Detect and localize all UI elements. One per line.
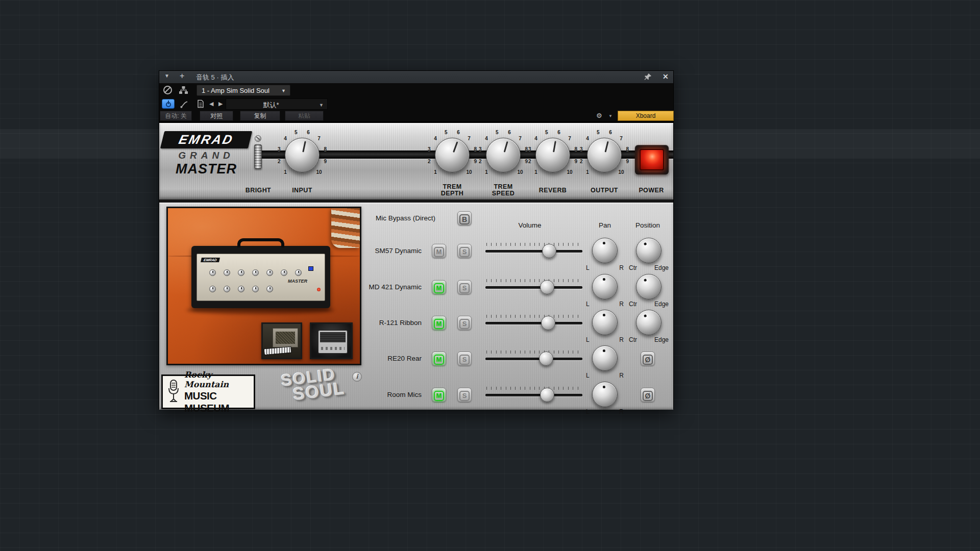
- plugin-power-toggle[interactable]: [162, 99, 175, 109]
- info-icon[interactable]: i: [352, 372, 362, 382]
- volume-slider-handle[interactable]: [540, 280, 554, 294]
- gear-icon[interactable]: ⚙: [596, 112, 602, 119]
- museum-script-text: Rocky Mountain: [184, 370, 250, 389]
- reverb-knob[interactable]: 12345678910: [526, 129, 579, 182]
- cabinet-thumbnail-2[interactable]: [310, 322, 353, 359]
- amp-brand-logo: EMRAD GRAND MASTER: [162, 131, 250, 177]
- phase-button[interactable]: Ø: [641, 352, 655, 366]
- museum-logo: Rocky Mountain MUSIC MUSEUM: [161, 374, 255, 409]
- position-knob-block: Ctr Edge: [627, 238, 670, 271]
- power-label: POWER: [626, 187, 677, 194]
- pan-knob[interactable]: [592, 238, 618, 263]
- position-knob[interactable]: [636, 310, 662, 335]
- input-label: INPUT: [277, 187, 328, 194]
- bright-switch[interactable]: [254, 144, 262, 169]
- preset-file-icon[interactable]: [197, 99, 204, 110]
- power-switch[interactable]: [640, 149, 664, 170]
- copy-button[interactable]: 复制: [240, 111, 280, 121]
- volume-slider[interactable]: [485, 314, 582, 332]
- automation-button[interactable]: 自动: 关: [160, 111, 192, 121]
- next-preset-button[interactable]: ▶: [218, 101, 223, 107]
- volume-header: Volume: [499, 221, 560, 229]
- envelope-icon[interactable]: [180, 100, 188, 111]
- input-knob[interactable]: 12345678910: [276, 129, 329, 182]
- pin-icon[interactable]: [644, 73, 652, 81]
- close-icon[interactable]: ✕: [663, 72, 669, 81]
- pan-knob[interactable]: [592, 310, 618, 335]
- previous-preset-button[interactable]: ◀: [209, 101, 213, 107]
- channel-name: RE20 Rear: [356, 355, 422, 362]
- routing-icon[interactable]: [179, 86, 188, 96]
- volume-slider[interactable]: [485, 386, 582, 404]
- window-menu-caret-icon[interactable]: ▼: [164, 73, 169, 79]
- trem-depth-label: TREMDEPTH: [427, 184, 478, 197]
- mute-button[interactable]: M: [432, 280, 446, 294]
- chevron-down-icon[interactable]: ▼: [608, 114, 612, 118]
- volume-slider[interactable]: [485, 350, 582, 367]
- photo-brand-chip: EMRAD: [201, 258, 220, 262]
- plugin-window: ▼ + 音轨 5 · 插入 ✕ 1 - Amp Sim Solid Soul: [159, 70, 674, 409]
- mute-button[interactable]: M: [432, 352, 446, 366]
- channel-name: R-121 Ribbon: [356, 319, 422, 327]
- volume-slider-handle[interactable]: [540, 388, 554, 402]
- channel-name: Room Mics: [356, 391, 422, 398]
- volume-slider[interactable]: [485, 279, 582, 296]
- trem-depth-knob[interactable]: 12345678910: [426, 129, 479, 182]
- preset-toolbar-row: ◀ ▶ 默认* ▼: [159, 97, 673, 111]
- photo-amp-head: EMRAD MASTER: [191, 246, 330, 308]
- position-knob[interactable]: [636, 274, 662, 299]
- output-label: OUTPUT: [579, 187, 630, 194]
- pan-knob-block: L R: [584, 382, 625, 415]
- pan-knob[interactable]: [592, 382, 618, 407]
- solo-button[interactable]: S: [457, 316, 472, 330]
- mute-button[interactable]: M: [432, 244, 446, 258]
- pan-knob-block: L R: [584, 238, 625, 271]
- volume-slider-handle[interactable]: [539, 352, 553, 366]
- solo-button[interactable]: S: [457, 352, 472, 366]
- position-knob[interactable]: [636, 238, 662, 263]
- reverb-label: REVERB: [527, 187, 578, 194]
- preset-value: 默认*: [226, 101, 316, 110]
- plugin-select-dropdown[interactable]: 1 - Amp Sim Solid Soul ▼: [197, 85, 290, 96]
- pan-knob[interactable]: [592, 345, 618, 371]
- position-header: Position: [626, 221, 669, 229]
- add-insert-button[interactable]: +: [180, 71, 184, 81]
- chevron-down-icon: ▼: [281, 88, 286, 93]
- amp-faceplate: EMRAD GRAND MASTER 12345678910 123456789…: [159, 123, 673, 199]
- volume-slider[interactable]: [485, 242, 582, 260]
- mic-bypass-label: Mic Bypass (Direct): [359, 214, 435, 222]
- xboard-button[interactable]: Xboard: [618, 111, 674, 121]
- bright-label: BRIGHT: [233, 187, 284, 194]
- mute-button[interactable]: M: [432, 388, 446, 402]
- volume-slider-handle[interactable]: [542, 244, 556, 258]
- position-knob-block: Ctr Edge: [627, 310, 670, 343]
- channel-name: MD 421 Dynamic: [356, 283, 422, 291]
- daw-background: ▼ + 音轨 5 · 插入 ✕ 1 - Amp Sim Solid Soul: [0, 0, 980, 551]
- paste-button[interactable]: 粘贴: [285, 111, 324, 121]
- output-knob[interactable]: 12345678910: [578, 129, 631, 182]
- mic-bypass-button[interactable]: B: [457, 211, 472, 226]
- solo-button[interactable]: S: [457, 388, 472, 402]
- trem-speed-knob[interactable]: 12345678910: [477, 129, 530, 182]
- power-switch-bezel: [635, 145, 669, 174]
- museum-caps-text: MUSIC MUSEUM: [184, 390, 250, 414]
- volume-slider-handle[interactable]: [541, 316, 555, 330]
- cabinet-thumbnail-1[interactable]: [261, 322, 302, 359]
- solo-button[interactable]: S: [457, 244, 472, 258]
- phase-button[interactable]: Ø: [641, 388, 655, 402]
- microphone-icon: [167, 379, 180, 405]
- solo-button[interactable]: S: [457, 280, 472, 294]
- plugin-select-value: 1 - Amp Sim Solid Soul: [202, 87, 270, 94]
- mic-mixer-panel: EMRAD MASTER: [159, 203, 673, 410]
- position-knob-block: Ctr Edge: [627, 274, 670, 308]
- window-title: 音轨 5 · 插入: [196, 73, 234, 82]
- plugin-bypass-icon[interactable]: [163, 86, 172, 94]
- photo-power-lamp: [317, 288, 321, 291]
- screw-icon: [255, 135, 261, 142]
- pan-knob[interactable]: [592, 274, 618, 299]
- preset-dropdown[interactable]: 默认* ▼: [226, 98, 328, 110]
- mute-button[interactable]: M: [432, 316, 446, 330]
- compare-button[interactable]: 对照: [200, 111, 233, 121]
- amp-photo: EMRAD MASTER: [166, 207, 361, 365]
- brand-name: EMRAD: [160, 131, 252, 148]
